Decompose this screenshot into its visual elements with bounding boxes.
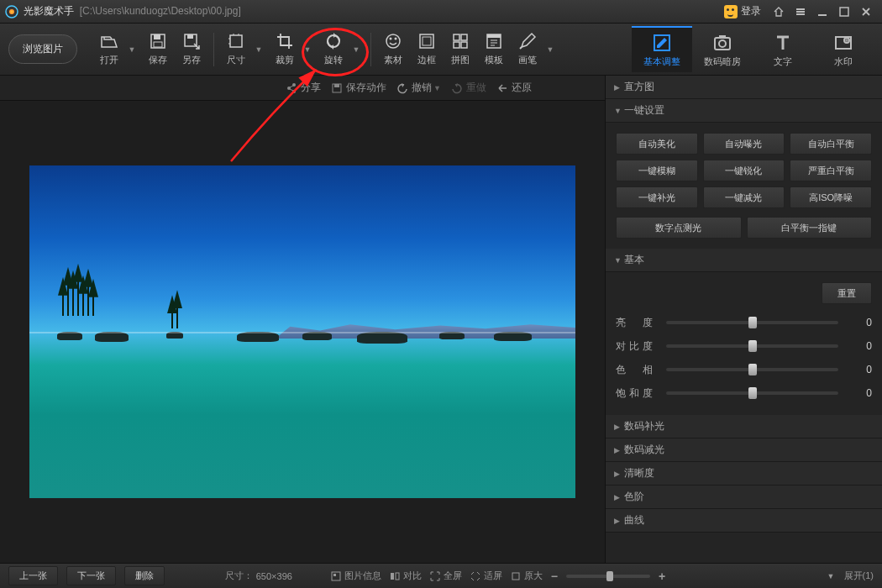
brush-icon: [518, 32, 537, 50]
toolbar-open-dropdown[interactable]: ▼: [126, 45, 138, 54]
slider-3[interactable]: [666, 391, 838, 395]
restore-button[interactable]: 还原: [496, 81, 532, 95]
toolbar-open-button[interactable]: 打开: [92, 29, 126, 70]
toolbar-crop-dropdown[interactable]: ▼: [302, 45, 313, 54]
face-icon: [724, 5, 738, 18]
svg-rect-28: [719, 35, 726, 38]
onekey-btn-3[interactable]: 一键模糊: [616, 160, 698, 181]
slider-1[interactable]: [666, 344, 838, 348]
section-collapsed-0[interactable]: ▶数码补光: [606, 415, 882, 438]
svg-rect-12: [187, 34, 193, 39]
onekey-btn-4[interactable]: 一键锐化: [703, 160, 785, 181]
svg-rect-6: [818, 14, 827, 16]
toolbar-brush-button[interactable]: 画笔: [511, 29, 544, 70]
svg-rect-39: [396, 573, 399, 580]
border-icon: [417, 32, 436, 50]
redo-button[interactable]: 重做: [451, 81, 486, 95]
toolbar-size-dropdown[interactable]: ▼: [253, 45, 265, 54]
fullscreen-button[interactable]: 全屏: [430, 570, 462, 582]
next-image-button[interactable]: 下一张: [66, 566, 116, 585]
window-title: 光影魔术手 [C:\Users\kunduogz\Desktop\00.jpg]: [24, 4, 717, 18]
toolbar-border-button[interactable]: 边框: [410, 29, 444, 70]
toolbar-rotate-button[interactable]: 旋转: [317, 29, 350, 70]
slider-2[interactable]: [666, 368, 838, 371]
section-collapsed-1[interactable]: ▶数码减光: [606, 438, 882, 462]
toolbar-brush-dropdown[interactable]: ▼: [544, 45, 556, 54]
svg-rect-10: [154, 42, 162, 47]
fit-screen-button[interactable]: 适屏: [470, 570, 502, 582]
tab-darkroom[interactable]: 数码暗房: [692, 26, 753, 72]
size-icon: [227, 32, 245, 50]
share-button[interactable]: 分享: [286, 81, 321, 95]
login-button[interactable]: 登录: [717, 4, 768, 18]
maximize-button[interactable]: [833, 3, 855, 20]
onekey-btn-0[interactable]: 自动美化: [616, 133, 698, 155]
svg-rect-7: [840, 8, 848, 16]
onekey-btn-5[interactable]: 严重白平衡: [790, 160, 872, 181]
section-collapsed-2[interactable]: ▶清晰度: [606, 462, 882, 486]
section-onekey[interactable]: ▼一键设置: [606, 99, 882, 123]
home-button[interactable]: [768, 3, 790, 20]
slider-0[interactable]: [666, 321, 838, 324]
crop-icon: [276, 32, 294, 50]
onekey-btn-8[interactable]: 高ISO降噪: [790, 186, 872, 208]
onekey-extra-0[interactable]: 数字点测光: [616, 217, 742, 239]
tab-basic[interactable]: 基本调整: [632, 26, 692, 72]
toolbar-template-button[interactable]: 模板: [477, 29, 511, 70]
svg-rect-18: [423, 37, 431, 45]
onekey-btn-7[interactable]: 一键减光: [703, 186, 785, 208]
svg-rect-20: [461, 34, 467, 40]
image-dimensions: 尺寸：650×396: [225, 570, 292, 582]
minimize-button[interactable]: [811, 3, 833, 20]
rotate-icon: [324, 32, 343, 50]
image-info-button[interactable]: 图片信息: [331, 570, 381, 582]
svg-rect-22: [461, 42, 467, 48]
onekey-btn-6[interactable]: 一键补光: [616, 186, 698, 208]
toolbar-collage-button[interactable]: 拼图: [444, 29, 477, 70]
save-action-button[interactable]: 保存动作: [331, 81, 386, 95]
toolbar-size-button[interactable]: 尺寸: [219, 29, 253, 70]
toolbar-material-button[interactable]: 素材: [376, 29, 410, 70]
slider-label-1: 对比度: [616, 339, 658, 354]
section-basic[interactable]: ▼基本: [606, 249, 882, 272]
reset-button[interactable]: 重置: [822, 282, 872, 304]
expand-button[interactable]: ▼ 展开(1): [827, 570, 874, 582]
section-collapsed-3[interactable]: ▶色阶: [606, 486, 882, 509]
svg-rect-37: [333, 574, 336, 576]
tab-text[interactable]: 文字: [753, 26, 813, 72]
original-size-button[interactable]: 原大: [511, 570, 543, 582]
slider-label-2: 色 相: [616, 363, 658, 377]
svg-rect-9: [154, 34, 160, 39]
toolbar-saveas-button[interactable]: 另存: [175, 29, 208, 70]
onekey-btn-2[interactable]: 自动白平衡: [790, 133, 872, 155]
darkroom-tab-icon: [712, 33, 732, 53]
svg-rect-21: [454, 42, 459, 48]
section-collapsed-4[interactable]: ▶曲线: [606, 509, 882, 533]
tab-watermark[interactable]: 水印: [813, 26, 874, 72]
onekey-extra-1[interactable]: 白平衡一指键: [747, 217, 873, 239]
zoom-out-button[interactable]: −: [551, 570, 558, 583]
image-canvas-area[interactable]: [0, 101, 605, 563]
browse-images-button[interactable]: 浏览图片: [8, 34, 77, 64]
compare-button[interactable]: 对比: [390, 570, 422, 582]
zoom-in-button[interactable]: +: [659, 570, 665, 583]
prev-image-button[interactable]: 上一张: [8, 566, 58, 585]
toolbar-save-button[interactable]: 保存: [141, 29, 175, 70]
toolbar-crop-button[interactable]: 裁剪: [268, 29, 302, 70]
slider-label-0: 亮 度: [616, 316, 658, 330]
settings-button[interactable]: [790, 3, 811, 20]
section-histogram[interactable]: ▶直方图: [606, 76, 882, 99]
delete-button[interactable]: 删除: [124, 566, 165, 585]
undo-button[interactable]: 撤销▼: [396, 81, 441, 95]
svg-rect-40: [512, 573, 519, 580]
slider-value-2: 0: [847, 364, 872, 375]
app-logo-icon: [5, 5, 18, 18]
watermark-tab-icon: [833, 33, 853, 53]
onekey-btn-1[interactable]: 自动曝光: [703, 133, 785, 155]
toolbar-rotate-dropdown[interactable]: ▼: [350, 45, 362, 54]
svg-point-2: [11, 10, 13, 13]
close-button[interactable]: [855, 3, 877, 20]
right-panel: ▶直方图 ▼一键设置 自动美化自动曝光自动白平衡一键模糊一键锐化严重白平衡一键补…: [605, 76, 882, 563]
slider-label-3: 饱和度: [616, 386, 658, 401]
zoom-slider[interactable]: [566, 575, 650, 578]
